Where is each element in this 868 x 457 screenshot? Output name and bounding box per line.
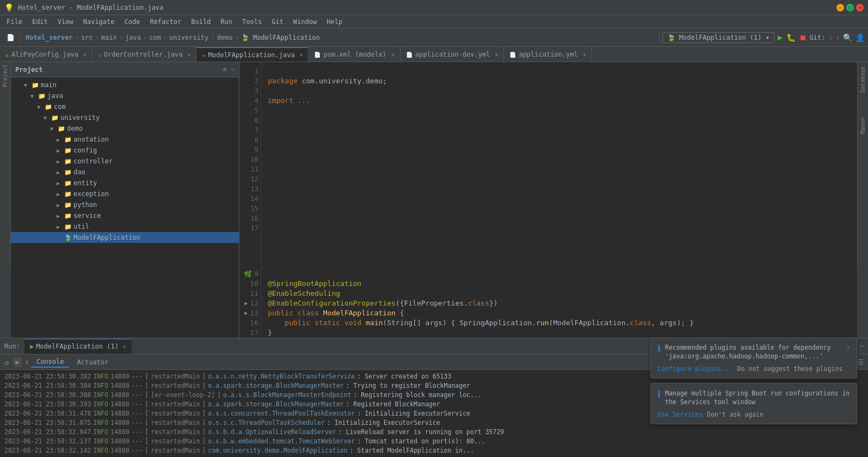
user-icon[interactable]: 👤 bbox=[855, 33, 865, 42]
maven-icon[interactable]: Maven bbox=[860, 118, 866, 134]
log-line-9: 2023-06-21 23:58:32.142 INFO 14880 --- [… bbox=[4, 446, 864, 455]
folder-icon11: 📁 bbox=[64, 191, 72, 198]
tab-app-close[interactable]: × bbox=[583, 52, 586, 58]
arrow-icon7: ▶ bbox=[57, 148, 63, 154]
log-line-7: 2023-06-21 23:58:32.047 INFO 14880 --- [… bbox=[4, 428, 864, 437]
run-minimize-icon[interactable]: − bbox=[859, 342, 864, 350]
arrow-icon11: ▶ bbox=[57, 191, 63, 197]
tab-alipay[interactable]: ☕ AliPayConfig.java × bbox=[0, 47, 93, 62]
arrow-icon6: ▶ bbox=[57, 137, 63, 143]
tree-item-service[interactable]: ▶ 📁 service bbox=[11, 210, 239, 221]
tree-item-dao[interactable]: ▶ 📁 dao bbox=[11, 167, 239, 178]
breadcrumb-university[interactable]: university bbox=[169, 34, 208, 41]
scroll-up-icon[interactable]: ↺ bbox=[4, 358, 9, 367]
menu-code[interactable]: Code bbox=[120, 17, 145, 27]
debug-button[interactable]: 🐛 bbox=[786, 33, 796, 42]
project-header: Project ⚙ − bbox=[11, 62, 239, 77]
git-push[interactable]: ↑ bbox=[836, 34, 840, 41]
menu-view[interactable]: View bbox=[53, 17, 78, 27]
tree-item-main[interactable]: ▼ 📁 main bbox=[11, 80, 239, 90]
folder-icon14: 📁 bbox=[64, 223, 72, 230]
configure-plugins-link[interactable]: Configure plugins... bbox=[657, 365, 732, 373]
tab-console[interactable]: Console bbox=[31, 357, 70, 368]
run-active-icon: ▶ bbox=[30, 343, 34, 350]
tree-item-anotation[interactable]: ▶ 📁 anotation bbox=[11, 134, 239, 145]
breadcrumb-com[interactable]: com bbox=[149, 34, 161, 41]
tree-item-modelfapp[interactable]: ▶ 🍃 ModelFApplication bbox=[11, 232, 239, 243]
menu-edit[interactable]: Edit bbox=[28, 17, 52, 27]
menu-refactor[interactable]: Refactor bbox=[145, 17, 186, 27]
menu-help[interactable]: Help bbox=[322, 17, 347, 27]
tree-spacer bbox=[11, 269, 239, 338]
search-everywhere-button[interactable]: 🔍 bbox=[843, 33, 852, 42]
tab-alipay-close[interactable]: × bbox=[83, 52, 87, 58]
breadcrumb-src[interactable]: src bbox=[81, 34, 93, 41]
run-active-tab[interactable]: ▶ ModelFApplication (1) × bbox=[24, 339, 132, 354]
notif-text-1: Recommended plugins available for depend… bbox=[665, 343, 842, 361]
editor-area[interactable]: 1 2 3 4 5 6 7 8 9 10 11 12 13 14 15 16 1… bbox=[239, 62, 857, 269]
menu-navigate[interactable]: Navigate bbox=[79, 17, 119, 27]
tree-item-controller[interactable]: ▶ 📁 controller bbox=[11, 156, 239, 167]
tree-item-python[interactable]: ▶ 📁 python bbox=[11, 199, 239, 210]
stop-button[interactable]: ⏹ bbox=[799, 33, 807, 42]
project-panel: Project ⚙ − ▼ 📁 main ▼ 📁 java ▼ bbox=[11, 62, 239, 269]
tree-item-java[interactable]: ▼ 📁 java bbox=[11, 90, 239, 101]
scroll-down-icon[interactable]: ⬇ bbox=[25, 358, 29, 366]
notif-dismiss-icon-1[interactable]: › bbox=[846, 343, 850, 351]
menu-run[interactable]: Run bbox=[216, 17, 237, 27]
breadcrumb-main[interactable]: main bbox=[101, 34, 117, 41]
tab-pom[interactable]: 📄 pom.xml (modelx) × bbox=[309, 47, 401, 62]
minimize-button[interactable]: − bbox=[836, 4, 844, 11]
tab-actuator[interactable]: Actuator bbox=[71, 357, 114, 367]
tab-ordercontroller-label: OrderController.java bbox=[104, 51, 183, 58]
new-file-button[interactable]: 📄 bbox=[3, 31, 17, 45]
breadcrumb-project[interactable]: Hotel_server bbox=[26, 34, 73, 41]
tree-item-exception[interactable]: ▶ 📁 exception bbox=[11, 188, 239, 199]
tab-ordercontroller-close[interactable]: × bbox=[187, 52, 190, 58]
tree-item-com[interactable]: ▼ 📁 com bbox=[11, 101, 239, 112]
tree-item-config[interactable]: ▶ 📁 config bbox=[11, 145, 239, 156]
breadcrumb-sep2: › bbox=[95, 34, 99, 41]
tree-item-university[interactable]: ▼ 📁 university bbox=[11, 112, 239, 123]
tab-app[interactable]: 📄 application.yml × bbox=[504, 47, 592, 62]
line-numbers: 1 2 3 4 5 6 7 8 9 10 11 12 13 14 15 16 1… bbox=[239, 62, 261, 269]
run-config-dropdown[interactable]: 🍃 ModelFApplication (1) ▾ bbox=[662, 32, 774, 43]
database-icon[interactable]: Database bbox=[860, 66, 866, 93]
console-play-icon[interactable]: ▶ bbox=[13, 357, 21, 367]
tree-item-util[interactable]: ▶ 📁 util bbox=[11, 221, 239, 232]
tree-item-demo[interactable]: ▼ 📁 demo bbox=[11, 123, 239, 134]
project-pin-icon[interactable]: − bbox=[231, 66, 235, 73]
filter-icon[interactable]: ☰ bbox=[858, 358, 864, 366]
menu-tools[interactable]: Tools bbox=[238, 17, 266, 27]
tab-modelfapplication[interactable]: ☕ ModelFApplication.java × bbox=[196, 47, 309, 62]
project-icon[interactable]: Project bbox=[2, 64, 8, 87]
tab-appdev-close[interactable]: × bbox=[495, 52, 498, 58]
arrow-icon8: ▶ bbox=[57, 159, 63, 164]
dont-ask-again-link[interactable]: Don't ask again bbox=[707, 411, 764, 418]
menu-build[interactable]: Build bbox=[187, 17, 215, 27]
menu-git[interactable]: Git bbox=[267, 17, 288, 27]
maximize-button[interactable]: □ bbox=[846, 4, 854, 11]
tree-item-entity[interactable]: ▶ 📁 entity bbox=[11, 178, 239, 188]
project-settings-icon[interactable]: ⚙ bbox=[223, 66, 227, 73]
code-editor[interactable]: package com.university.demo; import ... bbox=[261, 62, 857, 269]
breadcrumb-java[interactable]: java bbox=[125, 34, 141, 41]
tab-ordercontroller[interactable]: ☕ OrderController.java × bbox=[93, 47, 197, 62]
breadcrumb-file[interactable]: 🍃 ModelFApplication bbox=[241, 34, 320, 41]
menu-file[interactable]: File bbox=[2, 17, 27, 27]
do-not-suggest-link[interactable]: Do not suggest these plugins bbox=[737, 365, 842, 373]
tab-pom-label: pom.xml (modelx) bbox=[323, 51, 386, 58]
tab-appdev[interactable]: 📄 application-dev.yml × bbox=[401, 47, 504, 62]
use-services-link[interactable]: Use Services bbox=[657, 411, 703, 418]
extra-line-nums: 🌿9 10 11 ▶12 ▶13 16 17 bbox=[239, 269, 261, 338]
close-window-button[interactable]: × bbox=[856, 4, 864, 11]
java-file-icon: ☕ bbox=[5, 52, 9, 58]
run-button[interactable]: ▶ bbox=[778, 32, 783, 42]
menu-window[interactable]: Window bbox=[289, 17, 321, 27]
git-update[interactable]: ↓ bbox=[829, 34, 833, 41]
tab-pom-close[interactable]: × bbox=[391, 52, 395, 58]
tree-label6: anotation bbox=[73, 136, 109, 143]
tab-modelfapplication-close[interactable]: × bbox=[299, 52, 303, 58]
run-tab-close[interactable]: × bbox=[123, 344, 126, 350]
breadcrumb-demo[interactable]: demo bbox=[217, 34, 233, 41]
